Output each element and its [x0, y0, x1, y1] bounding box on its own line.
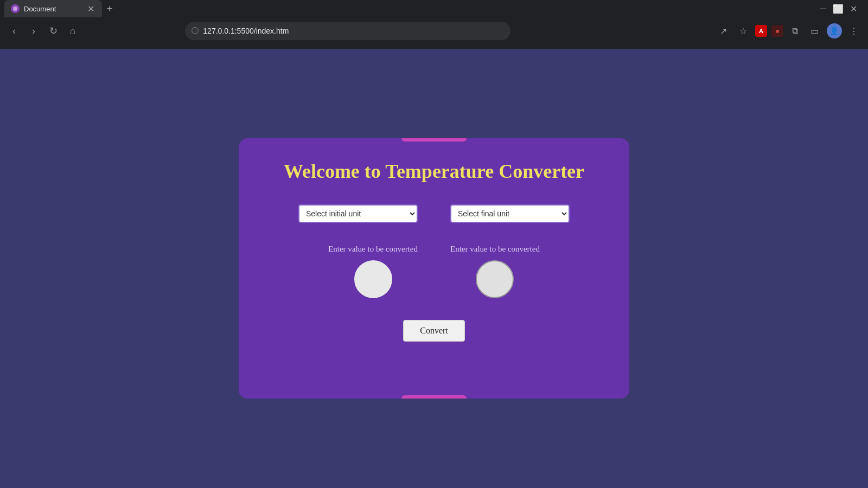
input-right-group: Enter value to be converted — [450, 245, 540, 298]
new-tab-button[interactable]: + — [102, 1, 117, 16]
tab-favicon — [11, 4, 20, 13]
tab-close-button[interactable]: ✕ — [86, 4, 95, 14]
converter-card: Welcome to Temperature Converter Select … — [239, 138, 629, 399]
card-bottom-accent — [401, 395, 467, 399]
tab-title: Document — [24, 5, 81, 13]
value-input-left[interactable] — [354, 260, 392, 298]
svg-point-1 — [13, 7, 17, 11]
input-left-label: Enter value to be converted — [328, 245, 418, 254]
menu-icon[interactable]: ⋮ — [846, 23, 861, 38]
profile-icon[interactable]: 👤 — [827, 23, 842, 38]
adobe-extension-icon[interactable]: A — [755, 25, 767, 37]
input-left-group: Enter value to be converted — [328, 245, 418, 298]
extension-icon-2[interactable]: ■ — [771, 25, 783, 37]
tab-bar: Document ✕ + ─ ⬜ ✕ — [0, 0, 868, 17]
browser-chrome: Document ✕ + ─ ⬜ ✕ ‹ › ↻ ⌂ ⓘ 127.0.0.1:5… — [0, 0, 868, 49]
share-icon[interactable]: ↗ — [716, 23, 731, 38]
page-content: Welcome to Temperature Converter Select … — [0, 49, 868, 488]
page-title: Welcome to Temperature Converter — [284, 160, 584, 183]
secure-icon: ⓘ — [192, 26, 199, 36]
toolbar-right: ↗ ☆ A ■ ⧉ ▭ 👤 ⋮ — [716, 23, 861, 38]
home-button[interactable]: ⌂ — [65, 23, 80, 38]
inputs-row: Enter value to be converted Enter value … — [271, 245, 597, 298]
active-tab[interactable]: Document ✕ — [4, 0, 102, 17]
window-maximize-button[interactable]: ⬜ — [833, 4, 844, 14]
bookmark-icon[interactable]: ☆ — [736, 23, 751, 38]
browser-layout-icon[interactable]: ▭ — [807, 23, 822, 38]
value-input-right[interactable] — [476, 260, 514, 298]
window-minimize-button[interactable]: ─ — [820, 4, 826, 14]
card-top-accent — [401, 138, 467, 142]
reload-button[interactable]: ↻ — [46, 23, 61, 38]
forward-button[interactable]: › — [26, 23, 41, 38]
address-bar: ‹ › ↻ ⌂ ⓘ 127.0.0.1:5500/index.htm ↗ ☆ A… — [0, 17, 868, 44]
input-right-label: Enter value to be converted — [450, 245, 540, 254]
initial-unit-select[interactable]: Select initial unit Celsius Fahrenheit K… — [298, 204, 418, 223]
final-unit-select[interactable]: Select final unit Celsius Fahrenheit Kel… — [450, 204, 570, 223]
window-controls: ─ ⬜ ✕ — [820, 4, 864, 14]
window-close-button[interactable]: ✕ — [850, 4, 857, 14]
url-display: 127.0.0.1:5500/index.htm — [203, 27, 289, 35]
final-unit-group: Select final unit Celsius Fahrenheit Kel… — [450, 204, 570, 223]
back-button[interactable]: ‹ — [7, 23, 22, 38]
extensions-icon[interactable]: ⧉ — [788, 23, 803, 38]
initial-unit-group: Select initial unit Celsius Fahrenheit K… — [298, 204, 418, 223]
convert-button[interactable]: Convert — [403, 320, 465, 342]
address-bar-input[interactable]: ⓘ 127.0.0.1:5500/index.htm — [185, 22, 510, 40]
selects-row: Select initial unit Celsius Fahrenheit K… — [271, 204, 597, 223]
